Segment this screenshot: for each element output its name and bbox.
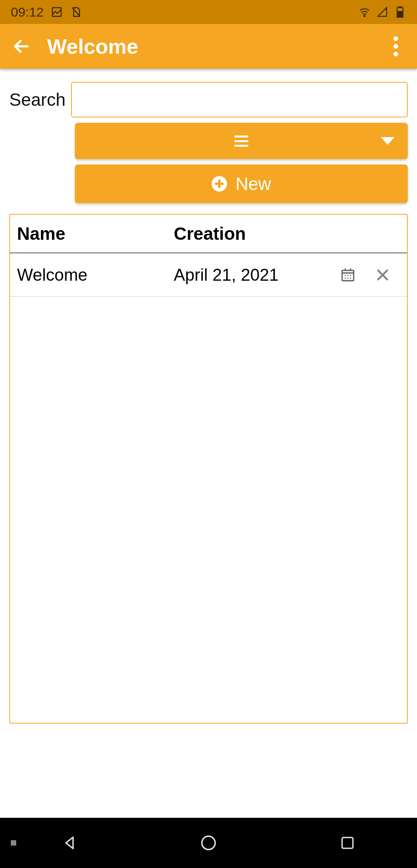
chevron-down-icon	[381, 137, 395, 145]
svg-point-15	[345, 277, 346, 278]
status-left: 09:12	[11, 5, 82, 20]
square-icon	[339, 835, 356, 851]
cell-signal-icon: x	[376, 6, 388, 18]
row-delete-button[interactable]	[365, 267, 400, 283]
wifi-icon	[358, 6, 371, 18]
triangle-left-icon	[61, 834, 78, 851]
dot-icon	[393, 36, 398, 41]
content-area: Search New Name Creation Welcome April 2…	[0, 69, 417, 724]
svg-text:x: x	[385, 6, 388, 11]
nav-recent-button[interactable]	[334, 829, 361, 856]
system-nav-bar	[0, 818, 417, 868]
plus-circle-icon	[212, 176, 227, 192]
search-row: Search	[9, 82, 408, 117]
svg-point-12	[345, 275, 346, 276]
close-icon	[375, 267, 390, 283]
svg-point-2	[364, 15, 365, 17]
status-right: x	[358, 6, 406, 18]
new-button-label: New	[236, 173, 271, 194]
nav-indicator-icon	[11, 840, 16, 846]
svg-rect-0	[53, 8, 61, 17]
dot-icon	[393, 52, 398, 56]
circle-icon	[200, 834, 217, 852]
back-button[interactable]	[8, 33, 35, 60]
dot-icon	[393, 44, 398, 49]
svg-point-17	[350, 277, 351, 278]
col-header-creation: Creation	[174, 223, 331, 244]
status-time: 09:12	[11, 5, 44, 20]
row-calendar-button[interactable]	[331, 267, 365, 283]
table-header: Name Creation	[10, 215, 407, 253]
svg-rect-6	[397, 11, 403, 17]
search-input[interactable]	[71, 82, 408, 117]
nav-home-button[interactable]	[195, 829, 222, 856]
nav-back-button[interactable]	[56, 829, 83, 856]
col-header-name: Name	[17, 223, 174, 244]
new-button[interactable]: New	[75, 164, 408, 203]
calendar-icon	[340, 267, 356, 283]
cell-name: Welcome	[17, 265, 174, 285]
table: Name Creation Welcome April 21, 2021	[9, 214, 408, 724]
svg-point-16	[347, 277, 348, 278]
page-title: Welcome	[47, 34, 138, 58]
table-row[interactable]: Welcome April 21, 2021	[10, 253, 407, 297]
cell-creation: April 21, 2021	[174, 265, 331, 285]
search-label: Search	[9, 89, 66, 110]
status-bar: 09:12 x	[0, 0, 417, 24]
battery-icon	[394, 6, 406, 18]
svg-point-13	[347, 275, 348, 276]
hamburger-icon	[234, 136, 248, 147]
arrow-left-icon	[12, 37, 31, 56]
sort-dropdown[interactable]	[75, 123, 408, 159]
no-sim-icon	[70, 6, 82, 18]
image-icon	[51, 6, 63, 18]
svg-point-20	[202, 836, 215, 850]
app-bar: Welcome	[0, 24, 417, 69]
overflow-menu-button[interactable]	[382, 33, 409, 60]
svg-rect-21	[342, 837, 353, 848]
svg-point-14	[350, 275, 351, 276]
